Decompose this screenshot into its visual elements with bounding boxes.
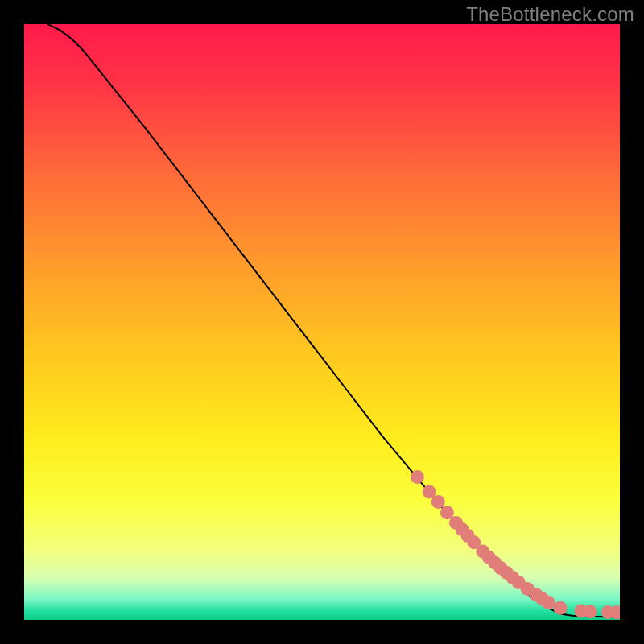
gradient-background [24, 24, 620, 620]
chart-frame: TheBottleneck.com [0, 0, 644, 644]
data-point [431, 495, 445, 509]
watermark-text: TheBottleneck.com [466, 3, 634, 26]
data-point [411, 470, 424, 484]
data-point [542, 596, 555, 609]
data-point [584, 605, 597, 618]
plot-area [24, 24, 620, 620]
data-point [554, 601, 568, 615]
chart-svg [24, 24, 620, 620]
